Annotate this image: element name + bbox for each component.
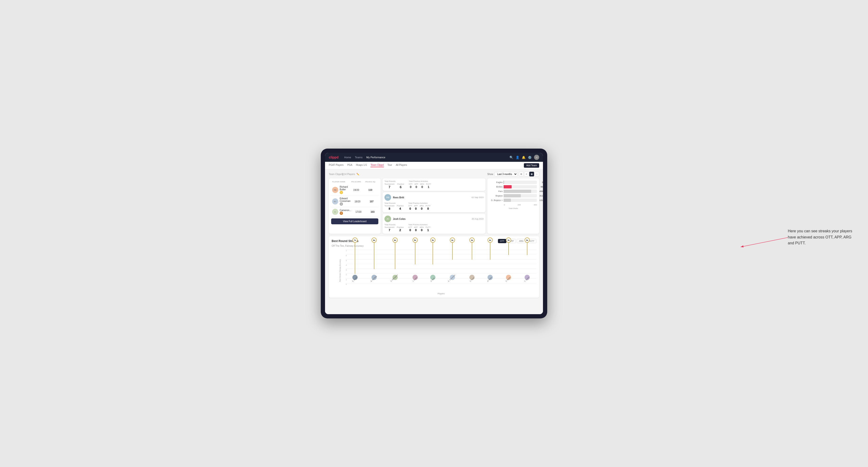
table-view-icon[interactable]: ↕	[534, 172, 539, 177]
streak-line	[508, 241, 509, 255]
avatar: RB	[332, 187, 338, 193]
arg-label: ARG	[420, 226, 424, 228]
streak-bubble: 4x	[469, 238, 474, 243]
add-team-button[interactable]: Add Team	[524, 163, 539, 168]
practice-label: Practice	[397, 226, 404, 228]
bar-track: 311	[503, 194, 537, 197]
bar-row-eagles: Eagles 3	[490, 181, 537, 184]
arg-label: ARG	[420, 205, 424, 207]
col-pb-score: PB SCORE	[349, 181, 363, 183]
practice-rounds: 4	[399, 207, 401, 210]
josh-coles-card: JC Josh Coles 26 Aug 2023 Total Rounds	[382, 214, 486, 234]
sub-nav-pga[interactable]: PGA	[347, 164, 352, 167]
sub-nav-team-clippd[interactable]: Team Clippd	[371, 164, 384, 167]
app-val: 0	[415, 185, 417, 189]
edit-icon[interactable]: ✏️	[356, 173, 359, 176]
table-row: C Cameron... 3 17/20 103	[331, 207, 378, 217]
streaks-chart-container: Best Streak, Fairway Accuracy 7 6 5 4 3 …	[334, 250, 536, 295]
tournament-rounds: 7	[389, 185, 390, 189]
practice-activities-label: Total Practice Activities	[408, 202, 431, 204]
annotation-text: Here you can see streaks your players ha…	[788, 228, 854, 246]
svg-line-0	[741, 238, 788, 247]
tournament-label: Tournament	[384, 205, 394, 207]
player-info: RB Richard Butler 1	[332, 186, 349, 194]
bar-label: Birdies	[490, 186, 503, 188]
pb-score: 19/20	[349, 189, 363, 191]
ott-val: 0	[409, 228, 411, 232]
annotation-box: Here you can see streaks your players ha…	[788, 228, 854, 246]
practice-rounds: 6	[400, 185, 402, 189]
team-title: Team Clippd | 14 Players	[329, 173, 355, 176]
rank-badge: 2	[340, 203, 343, 206]
y-axis-container: Best Streak, Fairway Accuracy	[334, 250, 346, 295]
streak-bubble: 3x	[506, 238, 511, 243]
content-grid: PLAYER NAME PB SCORE PB AVG SQ RB Richar…	[329, 178, 539, 234]
view-leaderboard-button[interactable]: View Full Leaderboard	[331, 218, 378, 224]
streak-player-ewert: 7x E. Ewert	[352, 241, 358, 283]
bar-track: 96	[503, 185, 537, 188]
top-player-card: Total Rounds Tournament 7 Practice 6	[382, 178, 486, 191]
player-name: Cameron...	[340, 209, 351, 212]
pb-avg: 103	[365, 211, 379, 213]
sub-nav: PGAT Players PGA Hcaps 1-5 Team Clippd T…	[325, 162, 543, 169]
player-date: 02 Sep 2023	[471, 196, 484, 198]
arg-val: 0	[421, 207, 423, 210]
bell-icon[interactable]: 🔔	[522, 156, 526, 159]
bar-row-birdies: Birdies 96	[490, 185, 537, 188]
pc-header: JC Josh Coles 26 Aug 2023	[384, 216, 484, 222]
streak-line	[374, 241, 374, 269]
ott-val: 0	[409, 207, 411, 210]
bar-fill	[503, 198, 511, 202]
sub-nav-pgat[interactable]: PGAT Players	[329, 164, 343, 167]
sub-nav-all-players[interactable]: All Players	[396, 164, 407, 167]
avatar: RB	[384, 194, 391, 201]
rees-britt-card: RB Rees Britt 02 Sep 2023 Total Rounds	[382, 192, 486, 212]
bar-label: Pars	[490, 190, 503, 192]
arg-label: ARG	[420, 183, 424, 185]
list-view-icon[interactable]: ≡	[524, 172, 529, 177]
practice-label: Practice	[397, 183, 404, 185]
card-view-icon[interactable]: ▦	[529, 172, 534, 177]
streak-bubble: 5x	[412, 238, 418, 243]
practice-activities-label: Total Practice Activities	[408, 224, 431, 226]
streak-bubble: 6x	[393, 238, 398, 243]
tournament-label: Tournament	[384, 226, 394, 228]
player-name-group: Cameron... 3	[340, 209, 351, 215]
streak-player-miller: 4x M. Miller	[487, 241, 493, 283]
pb-avg: 107	[365, 200, 379, 203]
user-avatar[interactable]: U	[534, 155, 539, 160]
streak-player-butler: 3x R. Butler	[505, 241, 512, 283]
bar-value: 499	[539, 190, 543, 193]
putt-val: 1	[427, 228, 429, 232]
app-val: 0	[415, 228, 417, 232]
player-name-group: Richard Butler 1	[340, 186, 349, 194]
streak-player-billingham: 6x D. Billingham	[390, 241, 400, 283]
person-icon[interactable]: 👤	[516, 156, 519, 159]
rank-badge: 3	[340, 212, 343, 215]
leaderboard-card: PLAYER NAME PB SCORE PB AVG SQ RB Richar…	[329, 178, 381, 234]
player-name-date: Josh Coles	[393, 218, 470, 220]
pb-avg: 110	[363, 189, 377, 191]
streak-bubble: 7x	[352, 238, 358, 243]
sub-nav-tour[interactable]: Tour	[388, 164, 392, 167]
y-axis-label: Best Streak, Fairway Accuracy	[339, 263, 341, 282]
settings-icon[interactable]: ⚙️	[528, 156, 532, 159]
table-row: EC Edward Crossman 2 18/20 107	[331, 196, 378, 207]
streaks-tabs: OTT APP ARG PUTT	[498, 239, 536, 243]
streak-player-mcherg: 6x B. McHerg	[370, 241, 378, 283]
avatar: EC	[332, 198, 338, 205]
avatar: C	[332, 209, 338, 215]
show-controls: Show Last 3 months ⊞ ≡ ▦ ↕	[487, 172, 539, 177]
nav-bar: clippd Home Teams My Performance 🔍 👤 🔔 ⚙…	[325, 153, 543, 162]
rank-badge: 1	[340, 191, 343, 194]
sub-nav-hcaps[interactable]: Hcaps 1-5	[356, 164, 367, 167]
nav-my-performance[interactable]: My Performance	[366, 156, 385, 159]
player-info: EC Edward Crossman 2	[332, 197, 350, 206]
bar-value: 131	[539, 198, 543, 202]
tournament-label: Tournament	[384, 183, 394, 185]
show-select[interactable]: Last 3 months	[495, 172, 518, 177]
nav-home[interactable]: Home	[344, 156, 351, 159]
nav-teams[interactable]: Teams	[355, 156, 363, 159]
search-icon[interactable]: 🔍	[509, 156, 513, 159]
grid-view-icon[interactable]: ⊞	[519, 172, 524, 177]
